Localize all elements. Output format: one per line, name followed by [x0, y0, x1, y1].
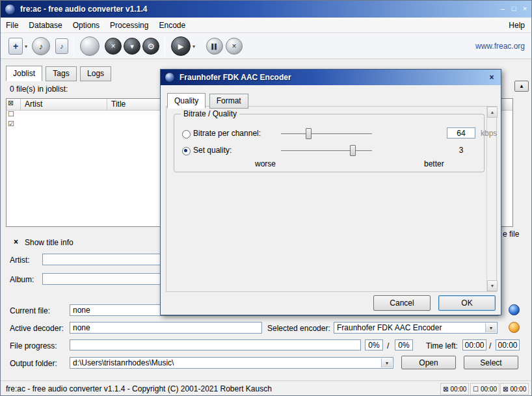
show-title-info-label: Show title info [25, 238, 73, 247]
quality-value-label: 3 [447, 146, 475, 155]
info-icon[interactable] [509, 304, 520, 315]
menu-file[interactable]: File [1, 18, 23, 33]
menu-encode[interactable]: Encode [153, 18, 191, 33]
menu-processing[interactable]: Processing [105, 18, 153, 33]
output-folder-label: Output folder: [10, 359, 57, 368]
output-folder-value: d:\Users\tristanrhodes\Music\ [73, 358, 174, 367]
menu-help[interactable]: Help [502, 18, 531, 33]
selected-encoder-combo[interactable]: Fraunhofer FDK AAC Encoder ▾ [334, 322, 498, 334]
file-progress-percent: 0% [365, 339, 383, 350]
better-label: better [424, 159, 444, 168]
time-chip-value: 00:00 [450, 386, 466, 393]
freac-website-link[interactable]: www.freac.org [475, 42, 525, 51]
quality-slider[interactable] [281, 150, 372, 152]
menu-options[interactable]: Options [68, 18, 105, 33]
pause-encoding-icon[interactable]: ▌▌ [206, 38, 223, 55]
bitrate-radio[interactable] [182, 130, 191, 139]
checkbox-checked-icon[interactable]: ☑ [8, 120, 14, 127]
quality-radio[interactable] [182, 147, 191, 155]
dialog-app-icon [165, 72, 175, 83]
bitrate-radio-label[interactable]: Bitrate per channel: [193, 129, 261, 138]
column-header-artist[interactable]: Artist [21, 99, 107, 110]
freedb-manage-icon[interactable]: ⚙ [142, 38, 159, 55]
dialog-titlebar: Fraunhofer FDK AAC Encoder × [161, 70, 501, 85]
add-files-dropdown-icon[interactable]: ▾ [25, 44, 27, 49]
close-button[interactable]: × [520, 4, 530, 14]
album-label: Album: [10, 275, 34, 284]
app-icon [5, 4, 16, 15]
tab-quality[interactable]: Quality [167, 93, 206, 109]
menubar: File Database Options Processing Encode … [1, 18, 531, 33]
start-encoding-dropdown-icon[interactable]: ▾ [193, 44, 195, 49]
scroll-down-icon[interactable]: ▼ [487, 280, 498, 291]
time-separator: / [489, 341, 491, 350]
quality-radio-label[interactable]: Set quality: [193, 146, 232, 155]
maximize-button[interactable]: □ [509, 4, 519, 14]
time-chip-icon: ⊠ [503, 386, 508, 393]
statusbar-time-chip: ☐ 00:00 [470, 383, 499, 395]
select-button[interactable]: Select [464, 356, 518, 369]
open-button[interactable]: Open [401, 356, 456, 369]
freedb-submit-icon[interactable]: ▾ [124, 38, 140, 55]
add-audio-file-icon[interactable]: ♪ [55, 38, 68, 54]
chevron-down-icon[interactable]: ▾ [485, 323, 496, 332]
time-chip-icon: ☐ [473, 386, 479, 393]
freedb-discard-icon[interactable]: × [105, 38, 122, 55]
chevron-down-icon[interactable]: ▾ [381, 358, 392, 367]
time-chip-icon: ⊠ [443, 386, 448, 393]
dialog-close-icon[interactable]: × [486, 72, 498, 83]
application-window: fre:ac - free audio converter v1.1.4 – □… [0, 0, 532, 396]
statusbar-time-chip: ⊠ 00:00 [440, 383, 469, 395]
cancel-button[interactable]: Cancel [373, 295, 431, 311]
progress-separator: / [387, 341, 389, 350]
window-title: fre:ac - free audio converter v1.1.4 [20, 5, 147, 14]
start-encoding-icon[interactable]: ▶ [171, 36, 191, 56]
select-all-checkbox-icon[interactable]: ⊠ [8, 99, 14, 107]
encoder-config-dialog: Fraunhofer FDK AAC Encoder × Quality For… [160, 69, 501, 315]
toolbar-separator [165, 37, 165, 55]
toolbar-separator [73, 37, 74, 55]
tab-format[interactable]: Format [209, 94, 248, 109]
current-file-label: Current file: [10, 306, 50, 315]
bitrate-slider-thumb[interactable] [306, 128, 312, 139]
time-left-field: 00:00 [462, 339, 486, 350]
freedb-query-icon[interactable] [80, 36, 100, 56]
stop-encoding-icon[interactable]: × [226, 38, 243, 55]
statusbar-time-chip: ⊠ 00:00 [500, 383, 529, 395]
file-progress-bar [70, 339, 361, 350]
dialog-tabstrip: Quality Format [167, 93, 250, 109]
bitrate-unit-label: kbps [481, 129, 497, 138]
main-tabstrip: Joblist Tags Logs [6, 66, 113, 81]
add-cd-icon[interactable]: ♪ [32, 37, 50, 55]
worse-label: worse [255, 159, 276, 168]
selected-encoder-label: Selected encoder: [267, 324, 330, 333]
time-chip-value: 00:00 [481, 386, 497, 393]
groupbox-title: Bitrate / Quality [181, 109, 239, 118]
partial-right-label: e file [503, 230, 519, 239]
ok-button[interactable]: OK [438, 295, 496, 311]
dialog-title: Fraunhofer FDK AAC Encoder [180, 73, 291, 82]
quality-slider-thumb[interactable] [350, 145, 356, 156]
tab-logs[interactable]: Logs [80, 66, 111, 81]
minimize-button[interactable]: – [498, 4, 508, 14]
selected-encoder-value: Fraunhofer FDK AAC Encoder [337, 323, 442, 332]
bitrate-slider[interactable] [281, 133, 372, 135]
output-folder-combo[interactable]: d:\Users\tristanrhodes\Music\ ▾ [70, 357, 393, 369]
hide-title-info-icon[interactable]: × [14, 237, 18, 246]
statusbar-text: fre:ac - free audio converter v1.1.4 - C… [6, 384, 272, 393]
checkbox-unchecked-icon[interactable]: ☐ [8, 111, 14, 118]
menu-database[interactable]: Database [23, 18, 67, 33]
bitrate-value-field[interactable]: 64 [447, 127, 475, 139]
titlebar: fre:ac - free audio converter v1.1.4 [1, 1, 531, 18]
time-total-field: 00:00 [496, 339, 520, 350]
tab-joblist[interactable]: Joblist [6, 66, 42, 81]
eject-button[interactable]: ▲ [514, 81, 529, 92]
joblist-count-label: 0 file(s) in joblist: [10, 85, 68, 94]
time-left-label: Time left: [426, 341, 458, 350]
status-icon[interactable] [509, 322, 520, 333]
artist-label: Artist: [10, 256, 30, 265]
tab-tags[interactable]: Tags [46, 66, 76, 81]
add-files-icon[interactable]: + [8, 38, 23, 55]
total-progress-percent: 0% [395, 339, 413, 350]
scroll-up-icon[interactable]: ▲ [487, 107, 498, 118]
